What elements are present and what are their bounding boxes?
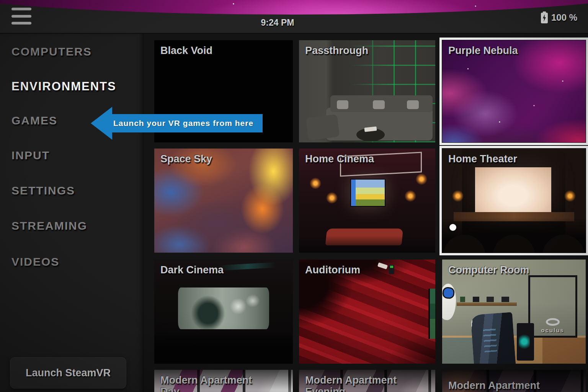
thumbnail-detail — [564, 190, 576, 202]
env-tile-computer-room[interactable]: oculus Computer Room — [442, 260, 586, 364]
tile-label: Computer Room — [448, 264, 529, 276]
games-hint-tooltip: Launch your VR games from here — [91, 107, 263, 140]
thumbnail-detail — [416, 173, 427, 185]
sidebar: COMPUTERS ENVIRONMENTS GAMES INPUT SETTI… — [0, 34, 144, 392]
env-tile-modern-apartment-night[interactable]: Modern Apartment Night — [442, 370, 586, 392]
thumbnail-detail — [389, 265, 394, 274]
thumbnail-detail — [218, 262, 276, 271]
thumbnail-detail — [405, 190, 416, 202]
env-tile-modern-apartment-day[interactable]: Modern Apartment Day — [154, 370, 293, 392]
sidebar-item-videos[interactable]: VIDEOS — [11, 255, 59, 268]
tile-label: Dark Cinema — [160, 264, 224, 276]
tile-label: Black Void — [160, 45, 212, 56]
env-tile-space-sky[interactable]: Space Sky — [154, 149, 293, 253]
thumbnail-detail — [452, 190, 464, 202]
battery-status: 100 % — [541, 11, 577, 24]
launch-steamvr-button[interactable]: Launch SteamVR — [10, 357, 126, 389]
thumbnail-detail — [442, 217, 586, 253]
battery-percent-label: 100 % — [551, 12, 577, 23]
tooltip-text: Launch your VR games from here — [112, 114, 263, 132]
sidebar-item-computers[interactable]: COMPUTERS — [11, 45, 92, 58]
thumbnail-detail — [475, 167, 551, 214]
thumbnail-detail — [373, 100, 385, 109]
sidebar-item-streaming[interactable]: STREAMING — [11, 219, 87, 232]
arrow-left-icon — [91, 107, 112, 140]
tile-label: Space Sky — [160, 153, 212, 165]
env-tile-passthrough[interactable]: Passthrough — [299, 40, 435, 142]
env-tile-modern-apartment-evening[interactable]: Modern Apartment Evening — [299, 370, 435, 392]
tile-label: Passthrough — [305, 45, 368, 56]
env-tile-dark-cinema[interactable]: Dark Cinema — [154, 260, 293, 364]
clock-time: 9:24 PM — [247, 18, 308, 28]
curved-monitor — [470, 312, 516, 364]
tile-label: Purple Nebula — [448, 45, 518, 56]
thumbnail-detail — [306, 114, 340, 140]
thumbnail-detail — [299, 236, 435, 253]
tile-label: Modern Apartment Night — [448, 380, 552, 392]
sidebar-item-settings[interactable]: SETTINGS — [11, 184, 75, 197]
tile-label: Modern Apartment Evening — [305, 374, 408, 392]
thumbnail-detail — [337, 100, 349, 109]
oculus-poster: oculus — [528, 275, 577, 338]
tile-label: Home Theater — [448, 153, 517, 165]
hamburger-bar — [11, 22, 31, 24]
hamburger-bar — [11, 15, 31, 18]
sidebar-item-games[interactable]: GAMES — [11, 114, 57, 127]
battery-charging-icon — [541, 11, 548, 24]
pointer-dot-cursor — [449, 224, 456, 231]
env-tile-home-cinema[interactable]: Home Cinema — [299, 149, 435, 253]
tile-label: Home Cinema — [305, 153, 374, 165]
env-tile-home-theater[interactable]: Home Theater — [442, 149, 586, 253]
pc-tower — [517, 323, 534, 361]
oculus-logo-icon — [546, 318, 560, 326]
thumbnail-detail — [326, 192, 338, 204]
thumbnail-detail — [178, 287, 270, 329]
sidebar-item-input[interactable]: INPUT — [11, 149, 50, 162]
thumbnail-detail — [428, 289, 435, 339]
env-tile-auditorium[interactable]: Auditorium — [299, 260, 435, 364]
thumbnail-detail — [457, 302, 517, 306]
thumbnail-detail — [407, 100, 419, 109]
env-tile-purple-nebula[interactable]: Purple Nebula — [442, 40, 586, 142]
hamburger-menu-icon[interactable] — [11, 8, 31, 24]
vr-dashboard: 9:24 PM 100 % COMPUTERS ENVIRONMENTS GAM… — [0, 0, 588, 392]
hamburger-bar — [11, 8, 31, 10]
sidebar-item-environments[interactable]: ENVIRONMENTS — [11, 80, 116, 93]
tile-label: Auditorium — [305, 264, 360, 276]
tile-label: Modern Apartment Day — [160, 374, 264, 392]
oculus-mascot-decal — [442, 283, 457, 321]
thumbnail-detail — [154, 332, 293, 364]
thumbnail-detail — [350, 179, 386, 207]
thumbnail-detail — [310, 178, 321, 189]
oculus-poster-text: oculus — [541, 327, 564, 333]
